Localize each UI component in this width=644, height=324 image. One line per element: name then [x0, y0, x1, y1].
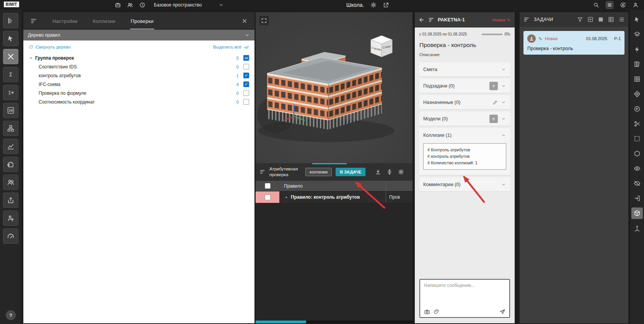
collaboration-button[interactable]	[3, 175, 18, 190]
share-icon[interactable]	[383, 2, 389, 8]
tree-row-ifc[interactable]: IFC-схема 4	[29, 80, 249, 89]
3d-viewport[interactable]: Справа Сзади	[256, 12, 412, 323]
rules-tree-header[interactable]: Дерево правил	[23, 30, 254, 40]
tree-row-group[interactable]: Группа проверок 5	[29, 53, 249, 62]
time-icon[interactable]	[139, 2, 145, 8]
select-tool-button[interactable]	[631, 14, 643, 25]
checkbox[interactable]	[243, 81, 249, 87]
clip-box-button[interactable]	[631, 133, 643, 144]
panel-menu-icon[interactable]	[259, 169, 266, 175]
collapse-tree-link[interactable]: Свернуть дерево	[29, 45, 71, 49]
scrollbar-thumb[interactable]	[256, 321, 306, 323]
team-icon[interactable]	[127, 2, 133, 8]
rule-column-header[interactable]: Правило	[279, 181, 386, 191]
tree-row-ids[interactable]: Соответствие IDS 0	[29, 62, 249, 71]
sum-button[interactable]	[3, 67, 18, 82]
checkbox[interactable]	[243, 64, 249, 70]
section-subtasks[interactable]: Подзадачи (0)	[419, 79, 510, 93]
layers-button[interactable]	[631, 29, 643, 40]
clip-volume-button[interactable]	[631, 148, 643, 159]
caret-down-icon[interactable]	[29, 56, 33, 60]
plugins-button[interactable]	[3, 157, 18, 172]
camera-icon[interactable]	[424, 309, 430, 315]
select-tool-button[interactable]	[3, 31, 18, 46]
workspace-selector[interactable]: Базовое пространство	[154, 2, 202, 8]
model-tree-button[interactable]	[3, 13, 18, 28]
expand-rows-icon[interactable]	[386, 169, 393, 175]
library-button[interactable]	[631, 58, 643, 70]
quick-actions-button[interactable]	[631, 44, 643, 55]
view-list-toggle[interactable]	[606, 1, 613, 9]
gear-icon[interactable]	[370, 2, 377, 8]
send-icon[interactable]	[499, 309, 505, 315]
analytics-button[interactable]	[3, 139, 18, 154]
briefcase-icon[interactable]	[115, 2, 121, 8]
view-2d-button[interactable]	[3, 103, 18, 118]
row-checkbox[interactable]	[265, 194, 271, 200]
tree-row-formula[interactable]: Проверка по формуле 0	[29, 89, 249, 97]
task-card[interactable]: Новая 01.08.2025 P-1 Проверка - контроль	[523, 31, 624, 55]
section-models[interactable]: Модели (0)	[419, 112, 510, 126]
menu-sort-icon[interactable]	[428, 17, 434, 23]
section-collisions[interactable]: Коллизии (1)	[419, 128, 510, 143]
panel-resize-handle[interactable]	[312, 163, 347, 164]
add-task-icon[interactable]	[587, 16, 593, 23]
view-rows-icon[interactable]	[618, 16, 624, 23]
attach-icon[interactable]	[434, 309, 440, 315]
to-task-button[interactable]: В ЗАДАЧЕ	[336, 168, 365, 176]
chevron-down-icon[interactable]	[218, 2, 224, 8]
import-line-icon[interactable]	[375, 169, 381, 175]
gear-icon[interactable]	[398, 169, 404, 175]
menu-sort-icon[interactable]	[523, 16, 530, 23]
filter-icon[interactable]	[577, 16, 583, 23]
close-icon[interactable]	[241, 18, 248, 24]
view-table-icon[interactable]	[608, 16, 614, 23]
navigation-cube[interactable]: Справа Сзади	[367, 31, 396, 62]
export-button[interactable]	[3, 193, 18, 208]
user-sync-icon[interactable]	[620, 2, 626, 8]
focus-button[interactable]	[631, 88, 643, 100]
checkbox[interactable]	[243, 55, 249, 61]
tree-row-coordinates[interactable]: Соотносимость координат 0	[29, 97, 249, 106]
section-cut-button[interactable]	[631, 118, 643, 130]
add-subtask-button[interactable]	[489, 82, 498, 90]
section-estimate[interactable]: Смета	[419, 62, 510, 77]
rule-cell[interactable]: Правило: контроль атрибутов	[279, 191, 386, 203]
view-list-icon[interactable]	[598, 16, 604, 23]
help-button[interactable]: ?	[6, 310, 16, 320]
search-icon[interactable]	[593, 2, 599, 8]
grid-button[interactable]	[631, 73, 643, 85]
dashboard-button[interactable]	[3, 228, 18, 244]
section-comments[interactable]: Комментарии (0)	[419, 177, 510, 192]
tree-row-attributes[interactable]: контроль атрибутов 1	[29, 71, 249, 80]
tab-checks[interactable]: Проверки	[130, 13, 155, 29]
hide-button[interactable]	[631, 178, 643, 189]
properties-button[interactable]	[631, 103, 643, 115]
check-table-row[interactable]: Правило: контроль атрибутов Пров	[256, 191, 412, 203]
select-all-checkbox[interactable]	[265, 183, 271, 189]
panel-menu-icon[interactable]	[30, 18, 37, 24]
collisions-button[interactable]: коллизии	[305, 168, 332, 176]
clash-check-button[interactable]	[3, 49, 18, 64]
add-model-button[interactable]	[489, 115, 498, 123]
select-all-link[interactable]: Выделить всё	[213, 44, 249, 50]
isolate-button[interactable]	[631, 193, 643, 204]
model-view-button[interactable]	[631, 207, 643, 219]
profile-icon[interactable]	[633, 2, 639, 8]
horizontal-scrollbar[interactable]	[256, 321, 412, 323]
show-button[interactable]	[631, 163, 643, 174]
section-assignees[interactable]: Назначенные (0)	[419, 95, 510, 110]
checkbox[interactable]	[243, 90, 249, 96]
user-location-button[interactable]	[3, 211, 18, 226]
axes-button[interactable]	[631, 222, 643, 234]
checkbox[interactable]	[243, 99, 249, 105]
collision-summary-box[interactable]: # Контроль атрибутов # контроль атрибуто…	[423, 143, 506, 170]
message-input[interactable]	[424, 283, 505, 309]
task-status-badge[interactable]: Новая	[492, 18, 511, 22]
fit-view-button[interactable]	[259, 15, 269, 26]
back-icon[interactable]	[419, 17, 425, 23]
checkbox[interactable]	[243, 73, 249, 78]
tab-collisions[interactable]: Коллизии	[92, 13, 116, 29]
pencil-icon[interactable]	[492, 100, 498, 105]
tab-settings[interactable]: Настройки	[52, 13, 78, 29]
